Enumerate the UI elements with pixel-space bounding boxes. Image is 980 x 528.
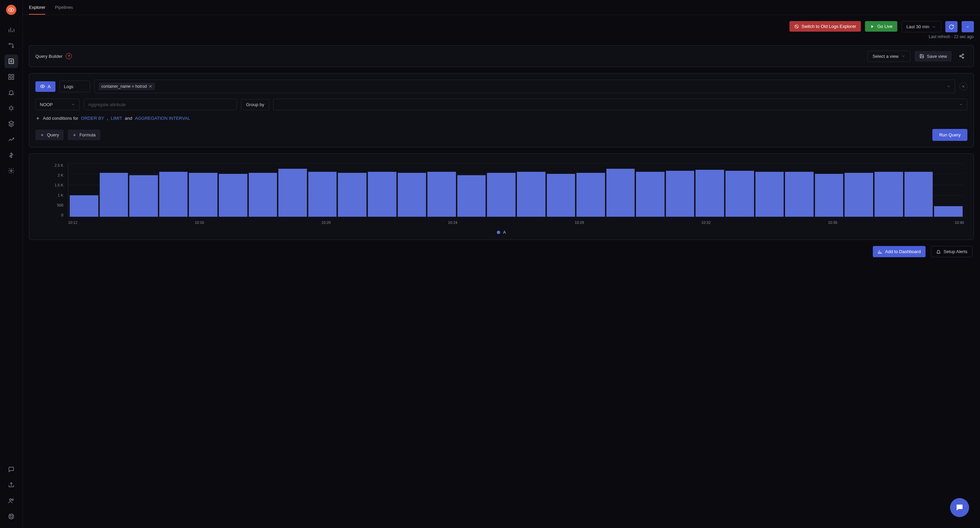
select-view-dropdown[interactable]: Select a view [867, 51, 911, 62]
brand-logo[interactable] [6, 5, 16, 15]
save-view-label: Save view [927, 54, 947, 59]
nav-debug[interactable] [5, 102, 18, 115]
group-by-label-box: Group by [241, 99, 269, 110]
nav-users[interactable] [5, 494, 18, 507]
nav-bottom-group [5, 463, 18, 528]
chat-fab[interactable] [950, 498, 969, 517]
nav-settings[interactable] [5, 164, 18, 178]
dollar-icon [8, 152, 14, 159]
nav-services[interactable] [5, 117, 18, 130]
source-select[interactable]: Logs [60, 81, 90, 92]
gear-icon [8, 167, 14, 174]
chart-card: 2.5 K2 K1.5 K1 K5000 10:1210:1610:2010:2… [29, 153, 974, 240]
chart-bar [547, 174, 576, 217]
share-icon [8, 482, 14, 488]
grid-line [68, 217, 964, 217]
x-tick: 10:28 [575, 221, 584, 228]
noop-select[interactable]: NOOP [35, 99, 80, 110]
chart-bar [368, 172, 396, 217]
chevron-down-icon [966, 25, 970, 29]
nav-apm[interactable] [5, 133, 18, 146]
svg-point-16 [962, 57, 964, 59]
source-label: Logs [64, 84, 73, 89]
go-live-button[interactable]: Go Live [865, 21, 897, 32]
aggregate-input[interactable]: Aggregate attribute [84, 99, 237, 110]
life-ring-icon [8, 513, 14, 520]
add-to-dashboard-button[interactable]: Add to Dashboard [873, 246, 926, 257]
legend-dot [497, 231, 500, 234]
y-tick: 1 K [57, 193, 63, 197]
chevron-down-icon [959, 102, 963, 107]
svg-point-15 [959, 56, 961, 57]
chart-bar [308, 172, 337, 217]
filter-input[interactable]: container_name = hotrod ✕ [94, 80, 955, 93]
chart-bar [338, 173, 366, 217]
refresh-button[interactable] [945, 21, 958, 32]
run-query-button[interactable]: Run Query [932, 129, 967, 141]
setup-alerts-button[interactable]: Setup Alerts [931, 246, 972, 257]
nav-dashboards[interactable] [5, 70, 18, 84]
chip-remove-icon[interactable]: ✕ [149, 84, 152, 89]
add-formula-label: Formula [79, 132, 95, 137]
nav-billing[interactable] [5, 148, 18, 162]
x-tick: 10:16 [195, 221, 204, 228]
main-area: Explorer Pipelines Switch to Old Logs Ex… [23, 0, 980, 528]
query-badge[interactable]: A [35, 81, 56, 92]
add-to-dashboard-label: Add to Dashboard [885, 249, 921, 254]
refresh-menu-button[interactable] [962, 21, 974, 32]
chart-bar [457, 175, 486, 217]
share-button[interactable] [956, 50, 967, 62]
svg-rect-4 [12, 75, 14, 76]
help-icon[interactable]: ? [66, 53, 72, 59]
chevron-down-icon [901, 54, 905, 58]
svg-point-8 [11, 170, 12, 172]
nav-support[interactable] [5, 510, 18, 523]
query-builder-header-card: Query Builder ? Select a view Save view [29, 45, 974, 67]
time-range-select[interactable]: Last 30 min [901, 21, 941, 32]
switch-old-explorer-button[interactable]: Switch to Old Logs Explorer [789, 21, 861, 32]
nav-logs[interactable] [5, 54, 18, 68]
add-query-label: Query [47, 132, 59, 137]
chart-bar [189, 173, 218, 217]
query-row-1: A Logs container_name = hotrod ✕ [35, 80, 967, 93]
remove-query-button[interactable] [959, 82, 967, 91]
grid-icon [8, 73, 14, 80]
chart-bar [487, 173, 515, 217]
svg-point-1 [9, 43, 10, 44]
chart-legend: A [35, 230, 967, 235]
top-controls: Switch to Old Logs Explorer Go Live Last… [29, 21, 974, 39]
cond-agg-link[interactable]: AGGREGATION INTERVAL [135, 116, 190, 121]
nav-invite[interactable] [5, 478, 18, 492]
nav-traces[interactable] [5, 39, 18, 52]
tab-explorer[interactable]: Explorer [29, 1, 45, 14]
legend-label: A [503, 230, 506, 235]
add-formula-button[interactable]: Formula [68, 130, 100, 140]
svg-point-14 [962, 54, 964, 55]
add-query-button[interactable]: Query [35, 130, 64, 140]
chart: 2.5 K2 K1.5 K1 K5000 10:1210:1610:2010:2… [35, 163, 967, 228]
qb-actions: Select a view Save view [867, 50, 967, 62]
chevron-down-icon [71, 102, 75, 107]
nav-metrics[interactable] [5, 23, 18, 37]
select-view-label: Select a view [872, 54, 899, 59]
group-by-input[interactable] [273, 99, 967, 110]
aggregate-placeholder: Aggregate attribute [88, 102, 126, 107]
nav-help[interactable] [5, 463, 18, 476]
bell-icon [8, 89, 14, 96]
bar-chart-icon [8, 27, 14, 33]
chart-bar [70, 195, 98, 217]
chart-bar [875, 172, 903, 217]
layers-icon [8, 121, 14, 127]
cond-limit-link[interactable]: LIMIT [111, 116, 122, 121]
save-view-button[interactable]: Save view [915, 51, 952, 62]
content: Switch to Old Logs Explorer Go Live Last… [23, 15, 980, 528]
cond-order-link[interactable]: ORDER BY [81, 116, 104, 121]
chart-bar [606, 169, 635, 217]
tab-pipelines[interactable]: Pipelines [55, 1, 73, 14]
nav-top-group [5, 5, 18, 178]
nav-alerts[interactable] [5, 86, 18, 99]
plus-icon[interactable] [35, 116, 40, 121]
x-axis: 10:1210:1610:2010:2410:2810:3210:3610:40 [68, 218, 964, 228]
x-tick: 10:32 [701, 221, 711, 228]
svg-point-2 [12, 47, 13, 48]
